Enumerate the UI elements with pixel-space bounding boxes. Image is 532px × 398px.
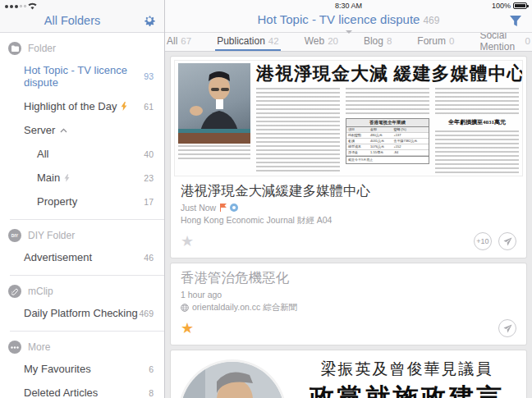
sidebar-item-hot-topic[interactable]: Hot Topic - TV licence dispute 93 <box>0 58 164 94</box>
item-label: Highlight of the Day <box>24 100 117 112</box>
flag-icon <box>219 204 227 212</box>
article-list: 港視淨現金大減 緩建多媒體中心 香港電視全年業績 項目 <box>165 52 532 398</box>
article-title[interactable]: 港視淨現金大減緩建多媒體中心 <box>171 176 526 202</box>
sidebar-item-deleted-articles[interactable]: Deleted Articles 8 <box>0 381 164 398</box>
article-card-1[interactable]: 港視淨現金大減 緩建多媒體中心 香港電視全年業績 項目 <box>171 57 526 258</box>
sidebar-item-all[interactable]: All 40 <box>0 142 164 166</box>
item-label: Server <box>24 124 55 136</box>
divider <box>10 219 164 220</box>
article-time: Just Now <box>181 203 216 213</box>
item-label: My Favourites <box>24 363 91 375</box>
page-title[interactable]: Hot Topic - TV licence dispute <box>258 12 420 26</box>
sidebar-item-my-favourites[interactable]: My Favourites 6 <box>0 357 164 381</box>
chevron-up-icon <box>60 128 67 133</box>
article-time: 1 hour ago <box>181 290 222 300</box>
app-window: All Folders Folder Hot Topic - TV licenc… <box>0 0 532 398</box>
clipping-headline: 港視淨現金大減 緩建多媒體中心 <box>256 63 519 85</box>
status-time: 8:30 AM <box>165 2 532 10</box>
globe-icon <box>181 304 189 312</box>
section-label: More <box>28 341 50 353</box>
main-header: 8:30 AM 100% Hot Topic - TV licence disp… <box>165 0 532 33</box>
sidebar-item-server[interactable]: Server <box>0 118 164 142</box>
item-count: 17 <box>144 197 154 207</box>
lightning-icon <box>64 174 70 182</box>
clipping-results-table: 香港電視全年業績 項目 金額 變幅 (%) 純利變動 <box>346 118 429 164</box>
item-label: Property <box>37 195 77 208</box>
tab-blog[interactable]: Blog8 <box>362 33 393 51</box>
lightning-icon <box>121 102 127 111</box>
tab-forum[interactable]: Forum0 <box>415 33 456 51</box>
item-count: 8 <box>149 388 154 398</box>
sidebar-item-highlight-of-the-day[interactable]: Highlight of the Day 61 <box>0 94 164 118</box>
clipping-body-text <box>435 130 519 173</box>
article-meta: Just Now <box>171 202 526 213</box>
filter-icon[interactable] <box>509 15 522 28</box>
article-card-2[interactable]: 香港管治危機惡化 1 hour ago orientaldaily.on.cc … <box>171 263 526 345</box>
star-icon[interactable]: ★ <box>181 321 194 336</box>
diy-folder-icon: DIY <box>8 229 21 242</box>
sidebar-title: All Folders <box>0 14 144 27</box>
sidebar-item-main[interactable]: Main 23 <box>0 166 164 190</box>
battery-percent: 100% <box>492 2 511 10</box>
sidebar-item-property[interactable]: Property 17 <box>0 190 164 213</box>
article-actions: ★ <box>171 313 526 345</box>
clipping-headline-line1: 梁振英及曾俊華見議員 <box>296 359 518 380</box>
battery-icon <box>513 2 527 9</box>
wifi-icon <box>28 2 37 10</box>
item-count: 46 <box>144 253 154 263</box>
related-count-badge[interactable]: +10 <box>474 232 492 250</box>
clipping-body-text <box>346 88 429 116</box>
sidebar-section-folder: Folder <box>0 34 164 58</box>
tab-publication[interactable]: Publication42 <box>215 33 281 51</box>
article-title[interactable]: 香港管治危機惡化 <box>171 263 526 289</box>
tab-social-mention[interactable]: Social Mention0 <box>478 33 532 51</box>
clipping-body-text <box>435 88 519 116</box>
tab-web[interactable]: Web20 <box>303 33 340 51</box>
section-label: DIY Folder <box>28 230 75 241</box>
sidebar-section-more: More <box>0 333 164 357</box>
source-badge-icon <box>230 204 238 212</box>
clipping-headline-line2: 政黨就施政建言 <box>296 381 518 398</box>
item-label: All <box>37 148 48 160</box>
clipping-subheadline: 全年虧損擴至4031萬元 <box>435 118 519 126</box>
sidebar: All Folders Folder Hot Topic - TV licenc… <box>0 0 165 398</box>
item-label: Advertisement <box>24 251 92 263</box>
tab-all[interactable]: All67 <box>165 33 193 51</box>
item-count: 6 <box>149 364 154 374</box>
main-panel: 8:30 AM 100% Hot Topic - TV licence disp… <box>165 0 532 398</box>
item-count: 93 <box>144 71 154 81</box>
item-label: Main <box>37 172 60 184</box>
star-icon[interactable]: ★ <box>181 234 194 249</box>
sidebar-section-diy-folder: DIY DIY Folder <box>0 222 164 245</box>
sidebar-item-daily-platform-checking[interactable]: Daily Platform Checking 469 <box>0 301 164 325</box>
share-icon[interactable] <box>498 232 516 250</box>
newspaper-clipping-image: 港視淨現金大減 緩建多媒體中心 香港電視全年業績 項目 <box>174 60 523 176</box>
sidebar-list: Folder Hot Topic - TV licence dispute 93… <box>0 33 164 398</box>
ellipsis-icon <box>8 341 21 354</box>
item-label: Deleted Articles <box>24 387 98 398</box>
divider <box>10 275 164 276</box>
clipping-photo <box>178 63 250 144</box>
share-icon[interactable] <box>498 319 516 337</box>
item-count: 23 <box>144 173 154 183</box>
article-actions: ★ +10 <box>171 226 526 258</box>
battery-status: 100% <box>492 2 527 10</box>
item-count: 469 <box>139 309 154 318</box>
clipping-body-text <box>256 88 340 173</box>
divider <box>10 331 164 332</box>
tab-bar: All67 Publication42 Web20 Blog8 Forum0 S… <box>165 33 532 52</box>
chevron-down-icon <box>165 28 532 34</box>
article-source: orientaldaily.on.cc 綜合新聞 <box>171 300 526 313</box>
item-label: Daily Platform Checking <box>24 307 138 319</box>
clipping-photo-caption <box>178 145 250 160</box>
folder-icon <box>8 42 21 55</box>
sidebar-item-advertisement[interactable]: Advertisement 46 <box>0 245 164 269</box>
clipping-portrait-photo <box>181 362 284 398</box>
article-card-3[interactable]: 梁振英及曾俊華見議員 政黨就施政建言 【新報訊】特首梁振英及財政司司長曾俊華昨日… <box>171 350 526 398</box>
sidebar-section-mclip: mClip <box>0 277 164 301</box>
item-count: 61 <box>144 102 154 112</box>
gear-icon[interactable] <box>142 12 157 27</box>
page-title-count: 469 <box>423 15 439 26</box>
item-count: 40 <box>144 149 154 159</box>
article-source: Hong Kong Economic Journal 財經 A04 <box>171 213 526 226</box>
